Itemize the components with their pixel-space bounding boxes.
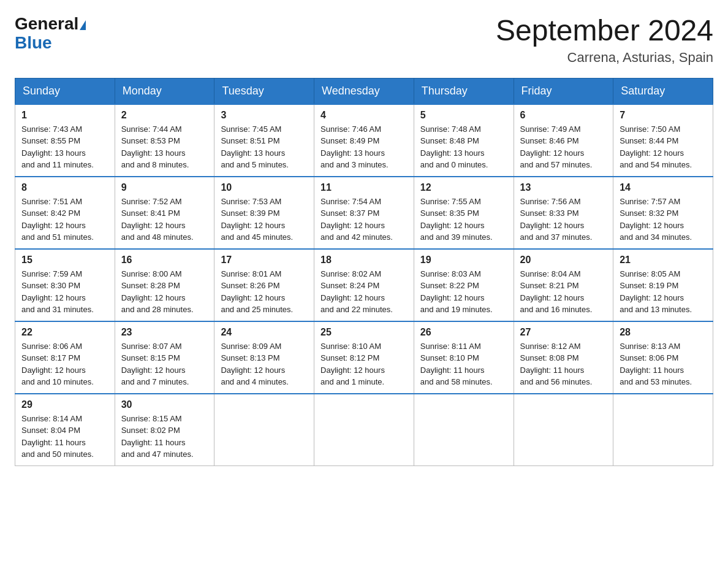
calendar-cell: 17 Sunrise: 8:01 AMSunset: 8:26 PMDaylig… bbox=[214, 249, 314, 321]
day-number: 21 bbox=[620, 255, 707, 266]
day-info: Sunrise: 7:46 AMSunset: 8:49 PMDaylight:… bbox=[320, 123, 408, 171]
col-header-saturday: Saturday bbox=[613, 78, 713, 104]
location: Carrena, Asturias, Spain bbox=[496, 50, 713, 66]
day-number: 22 bbox=[21, 327, 108, 338]
col-header-thursday: Thursday bbox=[414, 78, 514, 104]
calendar-cell bbox=[414, 394, 514, 466]
day-number: 29 bbox=[21, 399, 108, 410]
day-info: Sunrise: 8:04 AMSunset: 8:21 PMDaylight:… bbox=[520, 268, 607, 316]
day-info: Sunrise: 7:54 AMSunset: 8:37 PMDaylight:… bbox=[320, 196, 408, 243]
calendar-week-row: 22 Sunrise: 8:06 AMSunset: 8:17 PMDaylig… bbox=[15, 321, 713, 394]
day-info: Sunrise: 8:11 AMSunset: 8:10 PMDaylight:… bbox=[420, 340, 507, 388]
day-info: Sunrise: 7:52 AMSunset: 8:41 PMDaylight:… bbox=[121, 196, 208, 243]
month-title: September 2024 bbox=[496, 15, 713, 47]
calendar-cell: 16 Sunrise: 8:00 AMSunset: 8:28 PMDaylig… bbox=[115, 249, 214, 321]
day-info: Sunrise: 7:48 AMSunset: 8:48 PMDaylight:… bbox=[420, 123, 507, 171]
day-number: 16 bbox=[121, 255, 208, 266]
day-number: 6 bbox=[520, 110, 607, 121]
col-header-friday: Friday bbox=[514, 78, 613, 104]
col-header-sunday: Sunday bbox=[15, 78, 115, 104]
logo: General Blue bbox=[15, 15, 86, 53]
day-number: 25 bbox=[320, 327, 408, 338]
page-header: General Blue September 2024 Carrena, Ast… bbox=[15, 15, 713, 66]
calendar-week-row: 29 Sunrise: 8:14 AMSunset: 8:04 PMDaylig… bbox=[15, 394, 713, 466]
day-info: Sunrise: 7:45 AMSunset: 8:51 PMDaylight:… bbox=[221, 123, 308, 171]
calendar-cell: 18 Sunrise: 8:02 AMSunset: 8:24 PMDaylig… bbox=[314, 249, 414, 321]
calendar-cell bbox=[314, 394, 414, 466]
day-info: Sunrise: 7:50 AMSunset: 8:44 PMDaylight:… bbox=[620, 123, 707, 171]
day-number: 20 bbox=[520, 255, 607, 266]
day-info: Sunrise: 7:49 AMSunset: 8:46 PMDaylight:… bbox=[520, 123, 607, 171]
day-info: Sunrise: 8:07 AMSunset: 8:15 PMDaylight:… bbox=[121, 340, 208, 388]
day-info: Sunrise: 8:01 AMSunset: 8:26 PMDaylight:… bbox=[221, 268, 308, 316]
day-info: Sunrise: 7:57 AMSunset: 8:32 PMDaylight:… bbox=[620, 196, 707, 243]
calendar-cell bbox=[514, 394, 613, 466]
calendar-cell: 6 Sunrise: 7:49 AMSunset: 8:46 PMDayligh… bbox=[514, 104, 613, 177]
calendar-cell: 22 Sunrise: 8:06 AMSunset: 8:17 PMDaylig… bbox=[15, 321, 115, 394]
col-header-monday: Monday bbox=[115, 78, 214, 104]
calendar-table: SundayMondayTuesdayWednesdayThursdayFrid… bbox=[15, 78, 713, 466]
logo-general: General bbox=[15, 14, 78, 33]
calendar-cell: 13 Sunrise: 7:56 AMSunset: 8:33 PMDaylig… bbox=[514, 177, 613, 249]
col-header-wednesday: Wednesday bbox=[314, 78, 414, 104]
calendar-cell: 11 Sunrise: 7:54 AMSunset: 8:37 PMDaylig… bbox=[314, 177, 414, 249]
day-number: 8 bbox=[21, 182, 108, 193]
day-number: 19 bbox=[420, 255, 507, 266]
day-info: Sunrise: 7:51 AMSunset: 8:42 PMDaylight:… bbox=[21, 196, 108, 243]
day-info: Sunrise: 8:10 AMSunset: 8:12 PMDaylight:… bbox=[320, 340, 408, 388]
calendar-cell: 4 Sunrise: 7:46 AMSunset: 8:49 PMDayligh… bbox=[314, 104, 414, 177]
day-info: Sunrise: 8:14 AMSunset: 8:04 PMDaylight:… bbox=[21, 413, 108, 461]
day-number: 23 bbox=[121, 327, 208, 338]
calendar-cell: 25 Sunrise: 8:10 AMSunset: 8:12 PMDaylig… bbox=[314, 321, 414, 394]
calendar-cell: 30 Sunrise: 8:15 AMSunset: 8:02 PMDaylig… bbox=[115, 394, 214, 466]
day-info: Sunrise: 8:06 AMSunset: 8:17 PMDaylight:… bbox=[21, 340, 108, 388]
calendar-cell: 5 Sunrise: 7:48 AMSunset: 8:48 PMDayligh… bbox=[414, 104, 514, 177]
day-number: 10 bbox=[221, 182, 308, 193]
day-info: Sunrise: 7:55 AMSunset: 8:35 PMDaylight:… bbox=[420, 196, 507, 243]
day-number: 11 bbox=[320, 182, 408, 193]
calendar-cell: 2 Sunrise: 7:44 AMSunset: 8:53 PMDayligh… bbox=[115, 104, 214, 177]
day-number: 7 bbox=[620, 110, 707, 121]
logo-text: General Blue bbox=[15, 15, 86, 53]
day-number: 30 bbox=[121, 399, 208, 410]
calendar-cell bbox=[214, 394, 314, 466]
day-info: Sunrise: 7:44 AMSunset: 8:53 PMDaylight:… bbox=[121, 123, 208, 171]
calendar-cell: 23 Sunrise: 8:07 AMSunset: 8:15 PMDaylig… bbox=[115, 321, 214, 394]
day-number: 5 bbox=[420, 110, 507, 121]
day-info: Sunrise: 8:02 AMSunset: 8:24 PMDaylight:… bbox=[320, 268, 408, 316]
calendar-cell: 9 Sunrise: 7:52 AMSunset: 8:41 PMDayligh… bbox=[115, 177, 214, 249]
day-number: 2 bbox=[121, 110, 208, 121]
logo-triangle-icon bbox=[80, 20, 86, 30]
calendar-week-row: 8 Sunrise: 7:51 AMSunset: 8:42 PMDayligh… bbox=[15, 177, 713, 249]
calendar-cell: 29 Sunrise: 8:14 AMSunset: 8:04 PMDaylig… bbox=[15, 394, 115, 466]
day-info: Sunrise: 7:56 AMSunset: 8:33 PMDaylight:… bbox=[520, 196, 607, 243]
day-number: 17 bbox=[221, 255, 308, 266]
day-info: Sunrise: 8:00 AMSunset: 8:28 PMDaylight:… bbox=[121, 268, 208, 316]
day-number: 28 bbox=[620, 327, 707, 338]
col-header-tuesday: Tuesday bbox=[214, 78, 314, 104]
calendar-cell: 19 Sunrise: 8:03 AMSunset: 8:22 PMDaylig… bbox=[414, 249, 514, 321]
day-info: Sunrise: 8:15 AMSunset: 8:02 PMDaylight:… bbox=[121, 413, 208, 461]
calendar-cell: 12 Sunrise: 7:55 AMSunset: 8:35 PMDaylig… bbox=[414, 177, 514, 249]
day-info: Sunrise: 7:59 AMSunset: 8:30 PMDaylight:… bbox=[21, 268, 108, 316]
day-info: Sunrise: 8:09 AMSunset: 8:13 PMDaylight:… bbox=[221, 340, 308, 388]
day-info: Sunrise: 8:13 AMSunset: 8:06 PMDaylight:… bbox=[620, 340, 707, 388]
day-number: 14 bbox=[620, 182, 707, 193]
logo-blue: Blue bbox=[15, 33, 52, 52]
day-number: 3 bbox=[221, 110, 308, 121]
day-number: 1 bbox=[21, 110, 108, 121]
day-number: 18 bbox=[320, 255, 408, 266]
calendar-cell: 21 Sunrise: 8:05 AMSunset: 8:19 PMDaylig… bbox=[613, 249, 713, 321]
calendar-cell: 1 Sunrise: 7:43 AMSunset: 8:55 PMDayligh… bbox=[15, 104, 115, 177]
calendar-cell: 28 Sunrise: 8:13 AMSunset: 8:06 PMDaylig… bbox=[613, 321, 713, 394]
calendar-cell bbox=[613, 394, 713, 466]
day-number: 15 bbox=[21, 255, 108, 266]
day-info: Sunrise: 8:05 AMSunset: 8:19 PMDaylight:… bbox=[620, 268, 707, 316]
title-section: September 2024 Carrena, Asturias, Spain bbox=[496, 15, 713, 66]
calendar-cell: 3 Sunrise: 7:45 AMSunset: 8:51 PMDayligh… bbox=[214, 104, 314, 177]
day-info: Sunrise: 8:12 AMSunset: 8:08 PMDaylight:… bbox=[520, 340, 607, 388]
calendar-cell: 8 Sunrise: 7:51 AMSunset: 8:42 PMDayligh… bbox=[15, 177, 115, 249]
calendar-header-row: SundayMondayTuesdayWednesdayThursdayFrid… bbox=[15, 78, 713, 104]
calendar-cell: 20 Sunrise: 8:04 AMSunset: 8:21 PMDaylig… bbox=[514, 249, 613, 321]
day-number: 4 bbox=[320, 110, 408, 121]
